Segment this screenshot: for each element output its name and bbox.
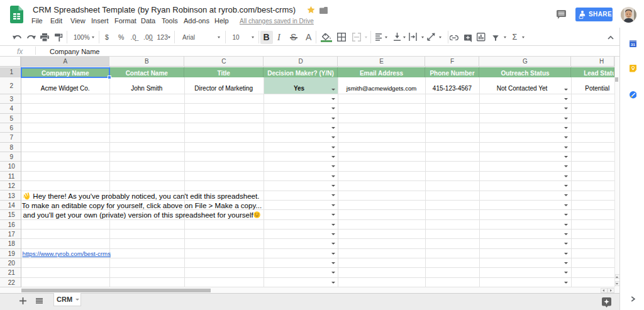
svg-text:31: 31	[631, 42, 635, 46]
